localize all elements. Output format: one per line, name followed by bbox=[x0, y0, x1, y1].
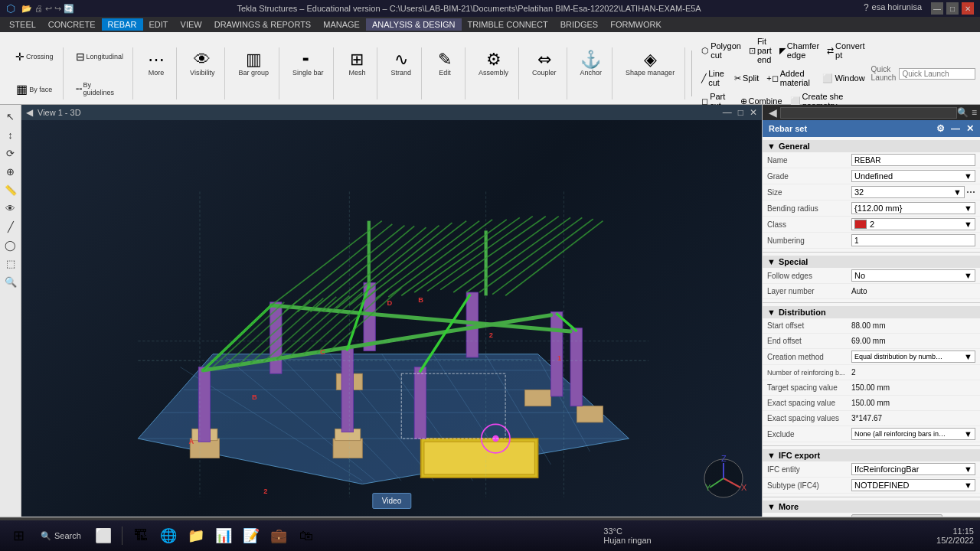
line-tool[interactable]: ╱ bbox=[2, 218, 19, 235]
strand-button[interactable]: ∿ Strand bbox=[387, 49, 415, 79]
section-general-header[interactable]: ▼ General bbox=[763, 140, 980, 152]
taskbar-app-excel[interactable]: 📊 bbox=[211, 523, 236, 548]
prop-subtype-dropdown[interactable]: NOTDEFINED ▼ bbox=[851, 479, 975, 491]
help-icon[interactable]: ? bbox=[864, 2, 869, 15]
select-tool[interactable]: ↖ bbox=[2, 108, 19, 125]
polygon-cut-button[interactable]: ⬡ Polygon cut bbox=[698, 35, 744, 66]
taskbar-app-word[interactable]: 📝 bbox=[239, 523, 263, 548]
longitudinal-button[interactable]: ⊟ Longitudinal bbox=[73, 49, 127, 64]
coupler-button[interactable]: ⇔ Coupler bbox=[528, 49, 560, 79]
nav-left-icon[interactable]: ◀ bbox=[26, 107, 33, 118]
close-button[interactable]: ✕ bbox=[962, 2, 974, 15]
line-cut-button[interactable]: ╱ Line cut bbox=[698, 67, 730, 89]
user-defined-attributes-button[interactable]: User-defined attributes bbox=[851, 514, 942, 517]
title-bar: ⬡ 📂 🖨 ↩ ↪ 🔄 Tekla Structures – Education… bbox=[0, 0, 980, 17]
taskview-button[interactable]: ⬜ bbox=[91, 523, 116, 548]
svg-rect-23 bbox=[198, 367, 210, 442]
prop-ifc-entity-dropdown[interactable]: IfcReinforcingBar ▼ bbox=[851, 463, 975, 475]
minimize-button[interactable]: — bbox=[931, 2, 943, 15]
assembly-button[interactable]: ⚙ Assembly bbox=[475, 49, 512, 79]
prop-numbering-label: Numbering bbox=[767, 236, 851, 245]
prop-grade-dropdown[interactable]: Undefined ▼ bbox=[851, 170, 975, 182]
split-button[interactable]: ✂ Split bbox=[731, 67, 762, 89]
taskbar-app-teams[interactable]: 💼 bbox=[266, 523, 291, 548]
window-label: Window bbox=[835, 73, 864, 83]
section-distribution-header[interactable]: ▼ Distribution bbox=[763, 306, 980, 318]
panel-search-input[interactable] bbox=[780, 107, 957, 119]
section-more-header[interactable]: ▼ More bbox=[763, 500, 980, 513]
more-button[interactable]: ⋯ More bbox=[142, 49, 170, 79]
zoom-tool[interactable]: 🔍 bbox=[2, 273, 19, 290]
panel-settings-btn[interactable]: ⚙ bbox=[936, 123, 945, 134]
section-ifc-export-header[interactable]: ▼ IFC export bbox=[763, 449, 980, 461]
viewport-close-icon[interactable]: ✕ bbox=[750, 107, 757, 118]
prop-follow-edges-dropdown[interactable]: No ▼ bbox=[851, 269, 975, 282]
prop-bending-dropdown[interactable]: {112.00 mm} ▼ bbox=[851, 202, 975, 214]
menu-drawings-reports[interactable]: DRAWINGS & REPORTS bbox=[208, 18, 318, 31]
menu-analysis-design[interactable]: ANALYSIS & DESIGN bbox=[366, 18, 462, 31]
visibility-button[interactable]: 👁 Visibility bbox=[186, 49, 218, 79]
ribbon-group-longitudinal: ⊟ Longitudinal ╌ By guidelines bbox=[67, 47, 134, 99]
more-label: More bbox=[149, 69, 165, 77]
viewport-3d[interactable]: A B C D B 2 1 2 X Y bbox=[21, 120, 762, 517]
view-tool[interactable]: 👁 bbox=[2, 200, 19, 217]
crossing-button[interactable]: ✛ Crossing bbox=[12, 49, 57, 64]
by-guidelines-button[interactable]: ╌ By guidelines bbox=[73, 80, 127, 98]
single-bar-button[interactable]: ╸ Single bar bbox=[289, 49, 328, 79]
prop-class-dropdown[interactable]: 2 ▼ bbox=[851, 218, 975, 230]
snap-tool[interactable]: ⊕ bbox=[2, 163, 19, 180]
anchor-button[interactable]: ⚓ Anchor bbox=[577, 49, 606, 79]
window-button[interactable]: ⬜ Window bbox=[819, 67, 867, 89]
menu-bridges[interactable]: BRIDGES bbox=[554, 18, 605, 31]
right-panel-header: Rebar set ⚙ — ✕ bbox=[763, 120, 980, 137]
video-button[interactable]: Video bbox=[372, 493, 411, 509]
shape-manager-button[interactable]: ◈ Shape manager bbox=[622, 49, 678, 79]
measure-tool[interactable]: 📏 bbox=[2, 181, 19, 198]
rotate-tool[interactable]: ⟳ bbox=[2, 145, 19, 161]
prop-exclude-arrow: ▼ bbox=[964, 429, 972, 439]
rect-tool[interactable]: ⬚ bbox=[2, 255, 19, 272]
menu-manage[interactable]: MANAGE bbox=[317, 18, 366, 31]
added-material-button[interactable]: +◻ Added material bbox=[763, 67, 818, 89]
menu-edit[interactable]: EDIT bbox=[143, 18, 175, 31]
taskbar-app-store[interactable]: 🛍 bbox=[294, 523, 318, 548]
taskbar-app-explorer[interactable]: 📁 bbox=[184, 523, 208, 548]
panel-search-icon[interactable]: 🔍 bbox=[957, 107, 969, 118]
section-special-header[interactable]: ▼ Special bbox=[763, 256, 980, 268]
menu-concrete[interactable]: CONCRETE bbox=[42, 18, 102, 31]
prop-creation-method-dropdown[interactable]: Equal distribution by number of reinforc… bbox=[851, 350, 975, 363]
convert-pt-button[interactable]: ⇄ Convert pt bbox=[824, 35, 868, 66]
menu-steel[interactable]: STEEL bbox=[3, 18, 42, 31]
menu-trimble-connect[interactable]: TRIMBLE CONNECT bbox=[462, 18, 554, 31]
prop-size-edit-icon[interactable]: ⋯ bbox=[966, 187, 975, 197]
bar-group-button[interactable]: ▥ Bar group bbox=[234, 49, 273, 79]
circle-tool[interactable]: ◯ bbox=[2, 236, 19, 253]
menu-rebar[interactable]: REBAR bbox=[102, 18, 143, 31]
panel-close-btn[interactable]: ✕ bbox=[966, 123, 974, 134]
prop-size-dropdown[interactable]: 32 ▼ bbox=[851, 186, 965, 198]
taskbar-app-edge[interactable]: 🌐 bbox=[156, 523, 181, 548]
svg-line-54 bbox=[466, 217, 570, 292]
search-button[interactable]: 🔍 Search bbox=[34, 523, 88, 548]
prop-name-input[interactable] bbox=[851, 154, 975, 166]
chamfer-edge-button[interactable]: ◤ Chamfer edge bbox=[776, 35, 822, 66]
move-tool[interactable]: ↕ bbox=[2, 126, 19, 143]
mesh-button[interactable]: ⊞ Mesh bbox=[343, 49, 371, 79]
menu-view[interactable]: VIEW bbox=[175, 18, 208, 31]
panel-settings-icon[interactable]: ≡ bbox=[972, 107, 977, 118]
prop-exclude-dropdown[interactable]: None (all reinforcing bars included) ▼ bbox=[851, 428, 975, 440]
maximize-button[interactable]: □ bbox=[946, 2, 959, 15]
edit-button[interactable]: ✎ Edit bbox=[431, 49, 459, 79]
taskbar-app-tekla[interactable]: 🏗 bbox=[129, 523, 153, 548]
panel-minimize-btn[interactable]: — bbox=[951, 123, 960, 134]
prop-numbering-input[interactable] bbox=[851, 234, 975, 246]
quick-launch-input[interactable] bbox=[899, 68, 975, 80]
viewport-minimize-icon[interactable]: — bbox=[723, 107, 732, 118]
menu-formwork[interactable]: FORMWORK bbox=[604, 18, 668, 31]
viewport-maximize-icon[interactable]: □ bbox=[738, 107, 743, 118]
start-button[interactable]: ⊞ bbox=[6, 523, 31, 548]
by-face-button[interactable]: ▦ By face bbox=[13, 80, 55, 98]
panel-nav-back[interactable]: ◀ bbox=[766, 106, 780, 119]
fit-part-button[interactable]: ⊡ Fit part end bbox=[746, 35, 775, 66]
prop-bending-value: {112.00 mm} bbox=[854, 204, 902, 213]
